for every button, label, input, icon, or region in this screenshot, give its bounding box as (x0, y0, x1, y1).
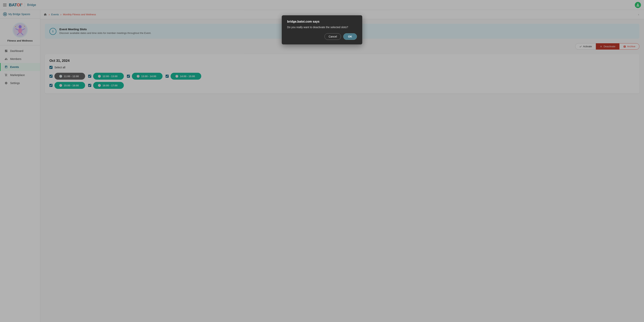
dialog-buttons: Cancel OK (287, 33, 357, 40)
dialog-cancel-button[interactable]: Cancel (324, 33, 341, 40)
dialog-overlay: bridge.batoi.com says Do you really want… (0, 0, 644, 322)
dialog-title: bridge.batoi.com says (287, 20, 357, 23)
confirmation-dialog: bridge.batoi.com says Do you really want… (282, 15, 362, 44)
dialog-ok-button[interactable]: OK (343, 33, 357, 40)
dialog-message: Do you really want to deactivate the sel… (287, 26, 357, 29)
